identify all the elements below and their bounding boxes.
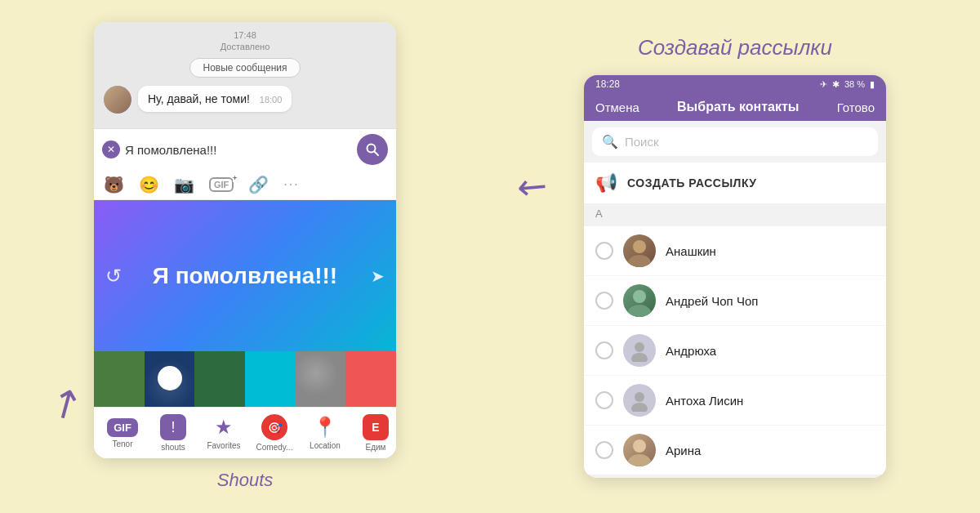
delivered-label: Доставлено — [104, 42, 386, 51]
gif-plus-icon: + — [233, 174, 237, 182]
cat-shouts-label: shouts — [161, 443, 185, 452]
radio-button[interactable] — [595, 341, 613, 359]
chat-area: 17:48 Доставлено Новые сообщения Ну, дав… — [94, 22, 396, 128]
cat-fav-label: Favorites — [207, 441, 240, 450]
gif-preview-text: Я помолвлена!!! — [153, 263, 337, 289]
search-icon: 🔍 — [602, 134, 618, 149]
pill-text: Новые сообщения — [189, 58, 301, 78]
sticker-toolbar: 🐻 😊 📷 GIF + 🔗 ··· — [94, 170, 396, 200]
done-button[interactable]: Готово — [837, 100, 875, 114]
signal-icon: ✈ — [820, 79, 827, 90]
prev-arrow[interactable]: ↺ — [105, 265, 122, 288]
avatar — [104, 86, 131, 114]
bluetooth-icon: ✱ — [832, 79, 840, 90]
new-messages-pill: Новые сообщения — [104, 58, 386, 78]
svg-point-2 — [633, 240, 646, 253]
create-broadcast-row[interactable]: 📢 СОЗДАТЬ РАССЫЛКУ — [584, 163, 886, 204]
input-area: ✕ Я помолвлена!!! 🐻 😊 📷 GIF + � — [94, 128, 396, 458]
radio-button[interactable] — [595, 292, 613, 310]
right-section: Создавай рассылки ↙ 18:28 ✈ ✱ 38 % ▮ Отм… — [584, 35, 886, 478]
close-button[interactable]: ✕ — [102, 141, 120, 158]
contact-name: Анашкин — [666, 244, 716, 258]
arrow-annotation-right: ↙ — [509, 161, 559, 212]
search-bar[interactable]: 🔍 Поиск — [592, 127, 878, 156]
avatar-img — [104, 86, 131, 114]
svg-point-3 — [628, 255, 651, 267]
input-row: ✕ Я помолвлена!!! — [94, 129, 396, 170]
cat-location-label: Location — [310, 441, 341, 450]
radio-button[interactable] — [595, 242, 613, 260]
thumb-2[interactable] — [145, 351, 195, 407]
gif-button[interactable]: GIF + — [209, 177, 234, 192]
battery-icon: ▮ — [870, 79, 875, 90]
svg-point-9 — [631, 403, 648, 412]
contact-name: Антоха Лисин — [666, 394, 743, 408]
comedy-icon: 🎯 — [261, 414, 287, 440]
status-icons: ✈ ✱ 38 % ▮ — [820, 79, 875, 90]
category-shouts[interactable]: ! shouts — [153, 414, 194, 452]
input-text[interactable]: Я помолвлена!!! — [125, 143, 352, 157]
more-icon[interactable]: ··· — [283, 177, 299, 192]
nav-bar: Отмена Выбрать контакты Готово — [584, 93, 886, 121]
search-placeholder: Поиск — [625, 135, 659, 149]
status-time: 18:28 — [595, 78, 620, 90]
svg-point-6 — [635, 342, 644, 352]
contact-row[interactable]: Андрюха — [584, 326, 886, 376]
location-icon: 📍 — [313, 416, 337, 439]
contact-list: Анашкин Андрей Чоп Чоп Андрюха — [584, 226, 886, 475]
message-row: Ну, давай, не томи! 18:00 — [104, 86, 386, 114]
thumb-6[interactable] — [345, 351, 396, 407]
next-arrow[interactable]: ➤ — [371, 266, 385, 286]
svg-point-10 — [633, 439, 646, 453]
create-label: СОЗДАТЬ РАССЫЛКУ — [627, 176, 757, 190]
avatar-arina — [623, 434, 656, 466]
svg-line-1 — [375, 152, 379, 156]
cat-last-label: Едим — [366, 443, 386, 452]
thumb-3[interactable] — [194, 351, 245, 407]
thumb-4[interactable] — [245, 351, 296, 407]
bear-icon[interactable]: 🐻 — [104, 175, 124, 194]
category-tenor[interactable]: GIF Tenor — [102, 418, 143, 448]
contact-name: Андрей Чоп Чоп — [666, 294, 758, 308]
avatar-andryuha — [623, 334, 656, 367]
emoji-icon[interactable]: 😊 — [139, 175, 159, 194]
contact-row[interactable]: Антоха Лисин — [584, 376, 886, 426]
category-comedy[interactable]: 🎯 Comedy... — [254, 414, 295, 452]
message-time: 18:00 — [260, 95, 283, 105]
contact-row[interactable]: Анашкин — [584, 226, 886, 276]
section-header-a: А — [584, 204, 886, 223]
link-icon[interactable]: 🔗 — [248, 175, 269, 194]
shouts-icon: ! — [160, 414, 186, 440]
radio-button[interactable] — [595, 391, 613, 409]
cancel-button[interactable]: Отмена — [595, 100, 639, 114]
thumb-5[interactable] — [296, 351, 346, 407]
category-location[interactable]: 📍 Location — [305, 416, 345, 450]
time-stamp: 17:48 — [104, 30, 386, 40]
contact-row[interactable]: Андрей Чоп Чоп — [584, 276, 886, 326]
search-button[interactable] — [357, 134, 388, 165]
cat-tenor-label: Tenor — [112, 439, 132, 448]
contact-name: Арина — [666, 444, 701, 457]
nav-title: Выбрать контакты — [677, 100, 799, 114]
phone-right: 18:28 ✈ ✱ 38 % ▮ Отмена Выбрать контакты… — [584, 75, 886, 478]
message-text: Ну, давай, не томи! — [148, 92, 250, 105]
thumb-1[interactable] — [94, 351, 145, 407]
svg-point-8 — [635, 392, 644, 402]
star-icon: ★ — [215, 416, 233, 439]
gif-categories: GIF Tenor ! shouts ★ Favorites 🎯 Comedy.… — [94, 407, 396, 458]
radio-button[interactable] — [595, 441, 613, 459]
gif-icon: GIF — [107, 418, 138, 437]
category-favorites[interactable]: ★ Favorites — [203, 416, 244, 450]
battery-text: 38 % — [844, 79, 865, 89]
contact-row[interactable]: Арина — [584, 426, 886, 475]
megaphone-icon: 📢 — [595, 172, 617, 194]
category-last[interactable]: Е Едим — [355, 414, 396, 452]
gif-thumbnails — [94, 351, 396, 407]
cat-comedy-label: Comedy... — [256, 443, 293, 452]
contact-name: Андрюха — [666, 344, 716, 358]
message-bubble: Ну, давай, не томи! 18:00 — [138, 86, 292, 112]
arrow-annotation-left: ↗ — [40, 375, 91, 430]
left-section: ↗ 17:48 Доставлено Новые сообщения Ну, д… — [94, 22, 396, 491]
camera-icon[interactable]: 📷 — [174, 175, 194, 194]
gif-preview: ↺ Я помолвлена!!! ➤ — [94, 200, 396, 351]
